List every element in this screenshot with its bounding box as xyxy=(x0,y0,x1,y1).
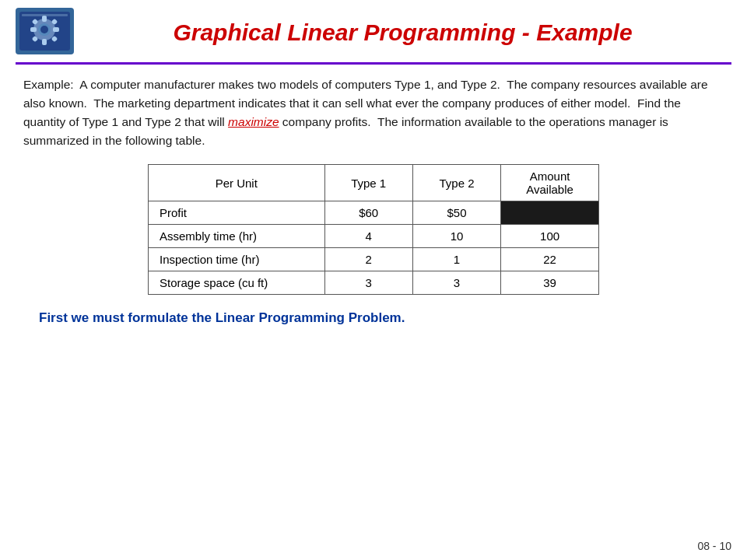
svg-rect-6 xyxy=(30,27,37,32)
table-wrapper: Per Unit Type 1 Type 2 AmountAvailable P… xyxy=(23,164,724,295)
maximize-link[interactable]: maximize xyxy=(228,115,279,128)
svg-rect-5 xyxy=(42,39,47,45)
table-row: Storage space (cu ft) 3 3 39 xyxy=(149,271,599,295)
table-row: Inspection time (hr) 2 1 22 xyxy=(149,248,599,271)
data-table: Per Unit Type 1 Type 2 AmountAvailable P… xyxy=(148,164,599,295)
col-header-type1: Type 1 xyxy=(324,165,412,201)
storage-type1: 3 xyxy=(324,271,412,295)
description-text: Example: A computer manufacturer makes t… xyxy=(23,75,724,150)
profit-amount xyxy=(501,201,599,225)
row-label-storage: Storage space (cu ft) xyxy=(149,271,325,295)
page-title: Graphical Linear Programming - Example xyxy=(74,19,731,46)
col-header-per-unit: Per Unit xyxy=(149,165,325,201)
svg-point-12 xyxy=(40,26,48,33)
inspection-type1: 2 xyxy=(324,248,412,271)
inspection-amount: 22 xyxy=(501,248,599,271)
svg-rect-4 xyxy=(42,16,47,22)
storage-amount: 39 xyxy=(501,271,599,295)
row-label-assembly: Assembly time (hr) xyxy=(149,225,325,248)
inspection-type2: 1 xyxy=(412,248,500,271)
col-header-amount: AmountAvailable xyxy=(501,165,599,201)
col-header-type2: Type 2 xyxy=(412,165,500,201)
profit-type2: $50 xyxy=(412,201,500,225)
table-row: Assembly time (hr) 4 10 100 xyxy=(149,225,599,248)
assembly-type1: 4 xyxy=(324,225,412,248)
logo xyxy=(16,8,74,58)
table-row: Profit $60 $50 xyxy=(149,201,599,225)
bottom-text: First we must formulate the Linear Progr… xyxy=(23,310,724,326)
storage-type2: 3 xyxy=(412,271,500,295)
assembly-amount: 100 xyxy=(501,225,599,248)
assembly-type2: 10 xyxy=(412,225,500,248)
row-label-profit: Profit xyxy=(149,201,325,225)
profit-type1: $60 xyxy=(324,201,412,225)
header: Graphical Linear Programming - Example xyxy=(0,0,747,62)
svg-rect-13 xyxy=(22,14,68,16)
svg-rect-7 xyxy=(53,27,59,32)
main-content: Example: A computer manufacturer makes t… xyxy=(0,75,747,326)
row-label-inspection: Inspection time (hr) xyxy=(149,248,325,271)
page-number: 08 - 10 xyxy=(697,540,731,552)
header-divider xyxy=(16,62,731,65)
